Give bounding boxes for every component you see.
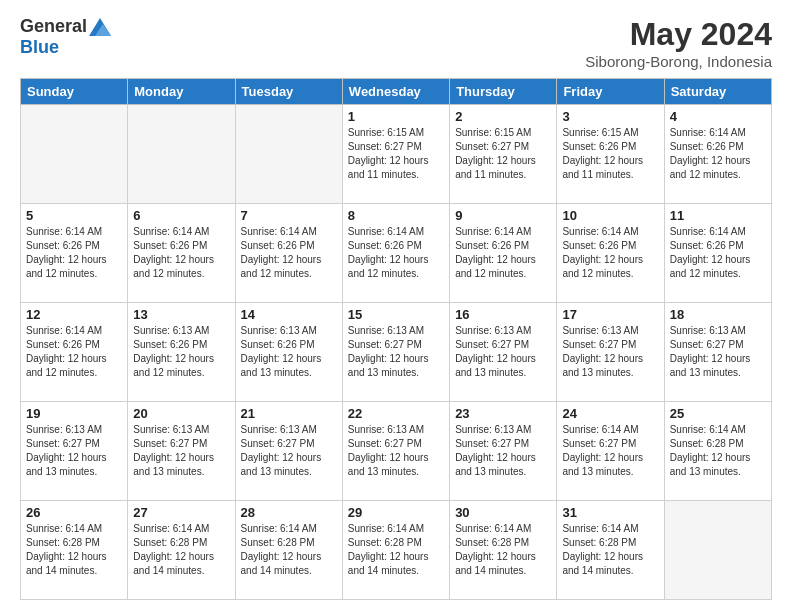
- calendar-day-cell: 19Sunrise: 6:13 AM Sunset: 6:27 PM Dayli…: [21, 402, 128, 501]
- day-info: Sunrise: 6:13 AM Sunset: 6:27 PM Dayligh…: [133, 423, 229, 479]
- location-subtitle: Siborong-Borong, Indonesia: [585, 53, 772, 70]
- day-number: 31: [562, 505, 658, 520]
- calendar-day-header: Friday: [557, 79, 664, 105]
- day-info: Sunrise: 6:14 AM Sunset: 6:26 PM Dayligh…: [133, 225, 229, 281]
- title-block: May 2024 Siborong-Borong, Indonesia: [585, 16, 772, 70]
- day-number: 24: [562, 406, 658, 421]
- calendar-day-cell: 27Sunrise: 6:14 AM Sunset: 6:28 PM Dayli…: [128, 501, 235, 600]
- calendar-day-cell: 15Sunrise: 6:13 AM Sunset: 6:27 PM Dayli…: [342, 303, 449, 402]
- calendar-day-header: Tuesday: [235, 79, 342, 105]
- day-number: 16: [455, 307, 551, 322]
- calendar-day-cell: 12Sunrise: 6:14 AM Sunset: 6:26 PM Dayli…: [21, 303, 128, 402]
- calendar-day-cell: [21, 105, 128, 204]
- calendar-day-cell: 22Sunrise: 6:13 AM Sunset: 6:27 PM Dayli…: [342, 402, 449, 501]
- day-number: 25: [670, 406, 766, 421]
- calendar-day-cell: 6Sunrise: 6:14 AM Sunset: 6:26 PM Daylig…: [128, 204, 235, 303]
- day-info: Sunrise: 6:13 AM Sunset: 6:27 PM Dayligh…: [241, 423, 337, 479]
- calendar-day-header: Saturday: [664, 79, 771, 105]
- day-info: Sunrise: 6:14 AM Sunset: 6:26 PM Dayligh…: [562, 225, 658, 281]
- day-info: Sunrise: 6:14 AM Sunset: 6:26 PM Dayligh…: [241, 225, 337, 281]
- calendar-day-cell: 21Sunrise: 6:13 AM Sunset: 6:27 PM Dayli…: [235, 402, 342, 501]
- day-number: 18: [670, 307, 766, 322]
- calendar-day-cell: [664, 501, 771, 600]
- calendar-day-cell: 29Sunrise: 6:14 AM Sunset: 6:28 PM Dayli…: [342, 501, 449, 600]
- calendar-day-cell: 28Sunrise: 6:14 AM Sunset: 6:28 PM Dayli…: [235, 501, 342, 600]
- day-info: Sunrise: 6:13 AM Sunset: 6:27 PM Dayligh…: [670, 324, 766, 380]
- day-number: 2: [455, 109, 551, 124]
- calendar-day-cell: [235, 105, 342, 204]
- day-info: Sunrise: 6:14 AM Sunset: 6:26 PM Dayligh…: [26, 324, 122, 380]
- day-number: 10: [562, 208, 658, 223]
- day-number: 23: [455, 406, 551, 421]
- day-info: Sunrise: 6:15 AM Sunset: 6:27 PM Dayligh…: [348, 126, 444, 182]
- day-number: 8: [348, 208, 444, 223]
- day-number: 14: [241, 307, 337, 322]
- calendar-day-cell: 30Sunrise: 6:14 AM Sunset: 6:28 PM Dayli…: [450, 501, 557, 600]
- day-number: 5: [26, 208, 122, 223]
- day-number: 15: [348, 307, 444, 322]
- day-info: Sunrise: 6:14 AM Sunset: 6:26 PM Dayligh…: [670, 225, 766, 281]
- logo: General Blue: [20, 16, 111, 58]
- day-info: Sunrise: 6:13 AM Sunset: 6:26 PM Dayligh…: [241, 324, 337, 380]
- calendar-day-cell: 18Sunrise: 6:13 AM Sunset: 6:27 PM Dayli…: [664, 303, 771, 402]
- day-number: 11: [670, 208, 766, 223]
- calendar-week-row: 26Sunrise: 6:14 AM Sunset: 6:28 PM Dayli…: [21, 501, 772, 600]
- calendar-day-cell: 31Sunrise: 6:14 AM Sunset: 6:28 PM Dayli…: [557, 501, 664, 600]
- day-info: Sunrise: 6:15 AM Sunset: 6:27 PM Dayligh…: [455, 126, 551, 182]
- header: General Blue May 2024 Siborong-Borong, I…: [20, 16, 772, 70]
- calendar-week-row: 5Sunrise: 6:14 AM Sunset: 6:26 PM Daylig…: [21, 204, 772, 303]
- day-info: Sunrise: 6:14 AM Sunset: 6:26 PM Dayligh…: [670, 126, 766, 182]
- calendar-day-cell: 8Sunrise: 6:14 AM Sunset: 6:26 PM Daylig…: [342, 204, 449, 303]
- calendar-day-cell: 17Sunrise: 6:13 AM Sunset: 6:27 PM Dayli…: [557, 303, 664, 402]
- calendar-day-cell: 4Sunrise: 6:14 AM Sunset: 6:26 PM Daylig…: [664, 105, 771, 204]
- calendar-table: SundayMondayTuesdayWednesdayThursdayFrid…: [20, 78, 772, 600]
- day-info: Sunrise: 6:13 AM Sunset: 6:27 PM Dayligh…: [562, 324, 658, 380]
- day-info: Sunrise: 6:13 AM Sunset: 6:27 PM Dayligh…: [26, 423, 122, 479]
- day-number: 9: [455, 208, 551, 223]
- calendar-week-row: 12Sunrise: 6:14 AM Sunset: 6:26 PM Dayli…: [21, 303, 772, 402]
- calendar-day-header: Sunday: [21, 79, 128, 105]
- day-number: 28: [241, 505, 337, 520]
- calendar-day-cell: 24Sunrise: 6:14 AM Sunset: 6:27 PM Dayli…: [557, 402, 664, 501]
- day-info: Sunrise: 6:14 AM Sunset: 6:28 PM Dayligh…: [26, 522, 122, 578]
- calendar-day-cell: 13Sunrise: 6:13 AM Sunset: 6:26 PM Dayli…: [128, 303, 235, 402]
- logo-general: General: [20, 16, 87, 37]
- day-info: Sunrise: 6:13 AM Sunset: 6:27 PM Dayligh…: [455, 324, 551, 380]
- day-number: 3: [562, 109, 658, 124]
- day-info: Sunrise: 6:13 AM Sunset: 6:27 PM Dayligh…: [455, 423, 551, 479]
- day-number: 7: [241, 208, 337, 223]
- day-number: 13: [133, 307, 229, 322]
- calendar-day-cell: 23Sunrise: 6:13 AM Sunset: 6:27 PM Dayli…: [450, 402, 557, 501]
- day-info: Sunrise: 6:14 AM Sunset: 6:26 PM Dayligh…: [348, 225, 444, 281]
- calendar-day-cell: 10Sunrise: 6:14 AM Sunset: 6:26 PM Dayli…: [557, 204, 664, 303]
- day-info: Sunrise: 6:13 AM Sunset: 6:27 PM Dayligh…: [348, 324, 444, 380]
- calendar-day-cell: 2Sunrise: 6:15 AM Sunset: 6:27 PM Daylig…: [450, 105, 557, 204]
- day-info: Sunrise: 6:15 AM Sunset: 6:26 PM Dayligh…: [562, 126, 658, 182]
- day-info: Sunrise: 6:14 AM Sunset: 6:28 PM Dayligh…: [670, 423, 766, 479]
- calendar-day-cell: 25Sunrise: 6:14 AM Sunset: 6:28 PM Dayli…: [664, 402, 771, 501]
- logo-icon: [89, 18, 111, 36]
- calendar-day-cell: 11Sunrise: 6:14 AM Sunset: 6:26 PM Dayli…: [664, 204, 771, 303]
- day-info: Sunrise: 6:14 AM Sunset: 6:28 PM Dayligh…: [562, 522, 658, 578]
- calendar-day-cell: 26Sunrise: 6:14 AM Sunset: 6:28 PM Dayli…: [21, 501, 128, 600]
- day-number: 30: [455, 505, 551, 520]
- calendar-day-cell: [128, 105, 235, 204]
- day-number: 19: [26, 406, 122, 421]
- calendar-week-row: 19Sunrise: 6:13 AM Sunset: 6:27 PM Dayli…: [21, 402, 772, 501]
- day-number: 20: [133, 406, 229, 421]
- day-info: Sunrise: 6:14 AM Sunset: 6:27 PM Dayligh…: [562, 423, 658, 479]
- day-number: 17: [562, 307, 658, 322]
- calendar-day-cell: 9Sunrise: 6:14 AM Sunset: 6:26 PM Daylig…: [450, 204, 557, 303]
- calendar-week-row: 1Sunrise: 6:15 AM Sunset: 6:27 PM Daylig…: [21, 105, 772, 204]
- day-number: 29: [348, 505, 444, 520]
- logo-blue: Blue: [20, 37, 59, 58]
- day-number: 1: [348, 109, 444, 124]
- calendar-day-cell: 14Sunrise: 6:13 AM Sunset: 6:26 PM Dayli…: [235, 303, 342, 402]
- calendar-day-cell: 5Sunrise: 6:14 AM Sunset: 6:26 PM Daylig…: [21, 204, 128, 303]
- day-number: 6: [133, 208, 229, 223]
- day-number: 27: [133, 505, 229, 520]
- calendar-day-header: Monday: [128, 79, 235, 105]
- day-number: 26: [26, 505, 122, 520]
- day-info: Sunrise: 6:14 AM Sunset: 6:28 PM Dayligh…: [455, 522, 551, 578]
- calendar-day-header: Thursday: [450, 79, 557, 105]
